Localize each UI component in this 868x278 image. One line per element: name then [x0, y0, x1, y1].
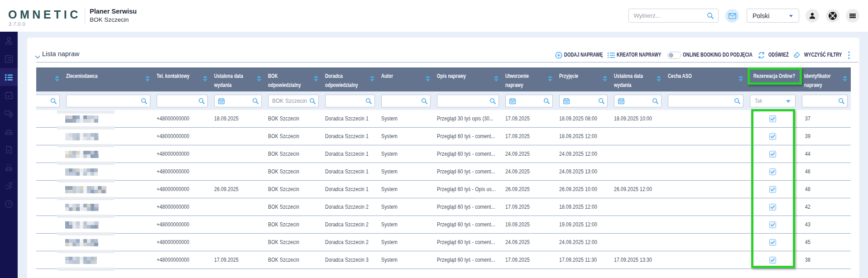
- header-divider: [85, 8, 85, 24]
- filter-doradca-input[interactable]: [329, 96, 364, 106]
- filter-opis[interactable]: [437, 95, 499, 107]
- table-row[interactable]: +48000000000BOK SzczecinDoradca Szczecin…: [36, 198, 851, 216]
- clear-filters-button-label: WYCZYŚĆ FILTRY: [804, 52, 842, 58]
- column-header-przyjecie[interactable]: Przyjęcie: [559, 72, 609, 81]
- ustalona1-sort-icon[interactable]: [257, 75, 261, 81]
- filter-id-input[interactable]: [806, 96, 837, 106]
- filter-online[interactable]: Tak: [750, 95, 796, 107]
- doradca-sort-icon[interactable]: [370, 75, 374, 81]
- cecha-sort-icon[interactable]: [739, 75, 743, 81]
- filter-id[interactable]: [802, 95, 848, 107]
- messages-button[interactable]: [725, 9, 739, 23]
- filter-przyjecie[interactable]: [559, 95, 608, 107]
- filter-ustalona2-input[interactable]: [626, 96, 651, 106]
- sidebar-item-dashboard-gauge[interactable]: [0, 195, 18, 213]
- language-select[interactable]: Polski: [747, 9, 799, 23]
- column-header-autor[interactable]: Autor: [381, 72, 432, 81]
- column-header-bok[interactable]: BOK odpowiedzialny: [268, 72, 321, 90]
- redacted-client-name: [65, 186, 106, 193]
- online-booking-toggle[interactable]: [667, 52, 681, 59]
- ustalona2-sort-icon[interactable]: [657, 75, 661, 81]
- table-row[interactable]: +48000000000BOK SzczecinDoradca Szczecin…: [36, 128, 851, 145]
- cell-ustalona1: 17.09.2025: [214, 251, 265, 269]
- cell-tel: +48000000000: [157, 198, 211, 216]
- cell-autor: System: [381, 181, 434, 198]
- cell-text: 17.09.2025: [505, 251, 530, 269]
- sidebar-item-repairs-list[interactable]: [0, 68, 18, 86]
- sidebar-item-advisor[interactable]: [0, 32, 18, 50]
- cell-text: 45: [805, 234, 810, 251]
- filter-c0[interactable]: [36, 95, 60, 107]
- cell-utworzenie: 17.09.2025: [505, 110, 556, 128]
- table-row[interactable]: +48000000000BOK SzczecinDoradca Szczecin…: [36, 216, 851, 234]
- table-row[interactable]: +48000000000BOK SzczecinDoradca Szczecin…: [36, 163, 851, 181]
- filter-tel-input[interactable]: [161, 96, 197, 106]
- global-search[interactable]: [628, 9, 719, 23]
- table-row[interactable]: +4800000000018.09.2025BOK SzczecinDoradc…: [36, 110, 851, 128]
- cell-text: +48000000000: [157, 128, 189, 145]
- calendar-icon[interactable]: [563, 98, 570, 106]
- cell-bok: BOK Szczecin: [268, 110, 322, 128]
- filter-cecha[interactable]: [668, 95, 743, 107]
- sidebar-item-document-signature[interactable]: [0, 140, 18, 158]
- column-header-ustalona2[interactable]: Ustalona data wydania: [614, 72, 663, 90]
- profile-button[interactable]: [806, 9, 819, 23]
- cell-text: 17.09.2025 11:30: [559, 251, 597, 269]
- c0-sort-icon[interactable]: [55, 75, 59, 81]
- filter-zleceniodawca[interactable]: [66, 95, 150, 107]
- cell-text: 18.09.2025 12:00: [559, 198, 597, 216]
- table-row[interactable]: +48000000000BOK SzczecinDoradca Szczecin…: [36, 234, 851, 251]
- filter-bok[interactable]: [268, 95, 319, 107]
- filter-ustalona2[interactable]: [614, 95, 662, 107]
- autor-sort-icon[interactable]: [426, 75, 430, 81]
- filter-tel[interactable]: [157, 95, 208, 107]
- support-button[interactable]: [826, 9, 839, 23]
- filter-autor[interactable]: [381, 95, 431, 107]
- column-header-ustalona1[interactable]: Ustalona data wydania: [214, 72, 264, 90]
- column-header-tel[interactable]: Tel. kontaktowy: [157, 72, 210, 81]
- filter-utworzenie-input[interactable]: [518, 96, 542, 106]
- przyjecie-sort-icon[interactable]: [603, 75, 607, 81]
- table-row[interactable]: +4800000000017.09.2025BOK SzczecinDoradc…: [36, 251, 851, 269]
- sidebar-item-vehicles[interactable]: [0, 122, 18, 140]
- cell-ustalona2: 26.09.2025 12:00: [614, 181, 665, 198]
- table-row[interactable]: +48000000000BOK SzczecinDoradca Szczecin…: [36, 145, 851, 163]
- opis-sort-icon[interactable]: [494, 75, 499, 81]
- cell-text: 24.09.2025: [505, 163, 530, 181]
- sidebar-item-calendar-check[interactable]: [0, 86, 18, 104]
- filter-ustalona1[interactable]: [214, 95, 262, 107]
- filter-utworzenie[interactable]: [505, 95, 553, 107]
- column-header-zleceniodawca[interactable]: Zleceniodawca: [66, 72, 152, 81]
- more-options-button[interactable]: [848, 51, 851, 59]
- table-row[interactable]: +4800000000026.09.2025BOK SzczecinDoradc…: [36, 181, 851, 198]
- filter-cecha-input[interactable]: [672, 96, 733, 106]
- sidebar-item-detailing[interactable]: [0, 177, 18, 195]
- column-header-opis[interactable]: Opis naprawy: [437, 72, 501, 81]
- column-header-cecha[interactable]: Cecha ASO: [668, 72, 745, 81]
- filter-bok-input[interactable]: [272, 96, 308, 106]
- column-header-utworzenie[interactable]: Utworzenie naprawy: [505, 72, 555, 90]
- sidebar-item-car-wash[interactable]: [0, 158, 18, 177]
- sidebar-item-vehicle-pickup[interactable]: [0, 104, 18, 122]
- filter-przyjecie-input[interactable]: [571, 96, 597, 106]
- filter-zleceniodawca-input[interactable]: [70, 96, 140, 106]
- column-header-doradca[interactable]: Doradca odpowiedzialny: [325, 72, 377, 90]
- filter-ustalona1-input[interactable]: [226, 96, 251, 106]
- tel-sort-icon[interactable]: [203, 75, 207, 81]
- zleceniodawca-sort-icon[interactable]: [145, 75, 150, 81]
- bok-sort-icon[interactable]: [314, 75, 318, 81]
- filter-doradca[interactable]: [325, 95, 375, 107]
- cell-bok: BOK Szczecin: [268, 198, 322, 216]
- filter-c0-input[interactable]: [39, 96, 49, 106]
- global-search-input[interactable]: [633, 10, 704, 22]
- filter-autor-input[interactable]: [385, 96, 420, 106]
- calendar-icon[interactable]: [618, 98, 624, 106]
- cell-utworzenie: 17.09.2025: [505, 128, 556, 145]
- sidebar-item-orders-form[interactable]: [0, 50, 18, 68]
- menu-button[interactable]: [846, 9, 859, 23]
- calendar-icon[interactable]: [218, 98, 225, 106]
- utworzenie-sort-icon[interactable]: [548, 75, 552, 81]
- id-sort-icon[interactable]: [843, 75, 847, 81]
- calendar-icon[interactable]: [509, 98, 516, 106]
- filter-opis-input[interactable]: [441, 96, 489, 106]
